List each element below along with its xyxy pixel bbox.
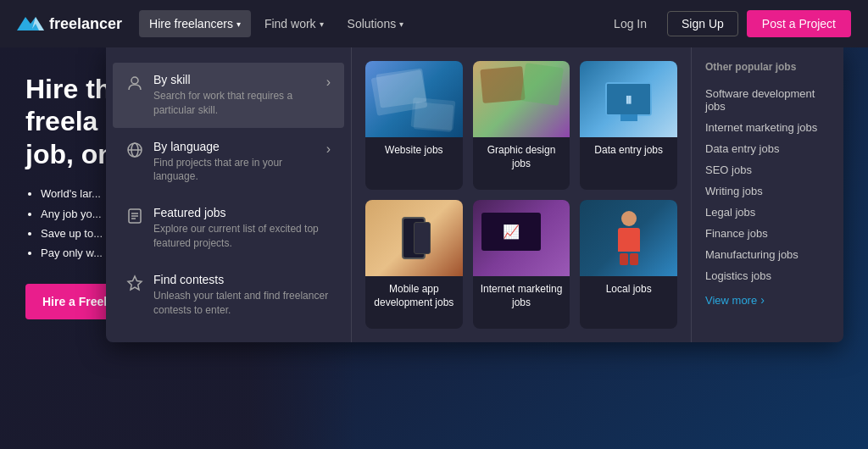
monitor-icon: ▐▌ [605,82,652,116]
menu-text-by-language: By language Find projects that are in yo… [153,140,316,185]
popular-jobs-panel: Other popular jobs Software development … [691,47,843,342]
menu-item-featured-jobs[interactable]: Featured jobs Explore our current list o… [113,196,344,261]
logo[interactable]: freelancer [17,10,122,37]
signup-button[interactable]: Sign Up [667,11,738,36]
job-card-graphic[interactable]: Graphic design jobs [473,61,570,190]
svg-point-2 [131,77,138,84]
chevron-down-icon: ▾ [320,19,324,29]
nav-solutions[interactable]: Solutions ▾ [337,10,415,37]
menu-text-contests: Find contests Unleash your talent and fi… [153,273,331,318]
job-card-internet-image: 📈 [473,200,570,276]
menu-desc-contests: Unleash your talent and find freelancer … [153,289,331,318]
popular-link-writing[interactable]: Writing jobs [705,180,830,202]
nav-find-work[interactable]: Find work ▾ [254,10,334,37]
job-card-data-label: Data entry jobs [580,137,677,164]
login-button[interactable]: Log In [602,12,659,36]
logo-text: freelancer [49,15,122,33]
popular-link-seo[interactable]: SEO jobs [705,159,830,180]
job-card-website[interactable]: Website jobs [365,61,463,190]
menu-desc-featured: Explore our current list of excited top … [153,222,331,251]
arrow-right-icon: › [326,75,331,90]
arrow-right-icon: › [326,141,331,157]
nav-right: Log In Sign Up Post a Project [602,10,851,37]
job-cards-grid: Website jobs Graphic design jobs ▐▌ Data… [352,47,691,342]
popular-link-logistics[interactable]: Logistics jobs [705,265,830,286]
job-card-mobile[interactable]: Mobile app development jobs [365,200,463,329]
logo-icon [17,10,44,37]
job-card-mobile-image [365,200,463,276]
job-card-internet-marketing[interactable]: 📈 Internet marketing jobs [473,200,570,329]
job-card-data-image: ▐▌ [580,61,677,137]
job-card-graphic-image [473,61,570,137]
menu-text-featured: Featured jobs Explore our current list o… [153,206,331,251]
popular-link-legal[interactable]: Legal jobs [705,202,830,223]
menu-desc-by-language: Find projects that are in your language. [153,156,316,185]
menu-item-by-language[interactable]: By language Find projects that are in yo… [113,130,344,195]
featured-icon [126,208,143,224]
menu-title-featured: Featured jobs [153,206,331,219]
job-card-graphic-label: Graphic design jobs [473,137,570,177]
popular-link-internet-marketing[interactable]: Internet marketing jobs [705,117,830,138]
view-more-link[interactable]: View more › [705,293,830,307]
menu-desc-by-skill: Search for work that requires a particul… [153,89,316,118]
nav-links: Hire freelancers ▾ Find work ▾ Solutions… [139,10,602,37]
chevron-down-icon: ▾ [399,19,403,29]
nav-hire-freelancers[interactable]: Hire freelancers ▾ [139,10,251,37]
popular-link-manufacturing[interactable]: Manufacturing jobs [705,244,830,265]
popular-link-software-dev[interactable]: Software development jobs [705,83,830,117]
menu-title-contests: Find contests [153,273,331,286]
chevron-right-icon: › [760,293,765,307]
popular-jobs-title: Other popular jobs [705,61,830,73]
popular-link-data-entry[interactable]: Data entry jobs [705,138,830,159]
skill-icon [126,75,143,91]
menu-text-by-skill: By skill Search for work that requires a… [153,73,316,118]
job-card-mobile-label: Mobile app development jobs [365,276,463,316]
delivery-person-icon [618,211,640,265]
job-card-website-image [365,61,463,137]
job-card-local[interactable]: Local jobs [580,200,677,329]
svg-marker-10 [128,276,142,290]
job-card-website-label: Website jobs [365,137,463,164]
menu-title-by-language: By language [153,140,316,153]
menu-title-by-skill: By skill [153,73,316,86]
post-project-button[interactable]: Post a Project [747,10,851,37]
hire-freelancers-dropdown: By skill Search for work that requires a… [106,47,843,342]
job-card-data-entry[interactable]: ▐▌ Data entry jobs [580,61,677,190]
view-more-label: View more [705,294,757,307]
dropdown-left-panel: By skill Search for work that requires a… [106,47,352,342]
job-card-local-label: Local jobs [580,276,677,303]
job-card-local-image [580,200,677,276]
chevron-down-icon: ▾ [236,19,241,29]
menu-item-by-skill[interactable]: By skill Search for work that requires a… [113,63,344,128]
popular-link-finance[interactable]: Finance jobs [705,223,830,244]
language-icon [126,141,143,158]
navbar: freelancer Hire freelancers ▾ Find work … [0,0,868,47]
menu-item-find-contests[interactable]: Find contests Unleash your talent and fi… [113,263,344,328]
contest-icon [126,274,143,291]
job-card-internet-label: Internet marketing jobs [473,276,570,316]
